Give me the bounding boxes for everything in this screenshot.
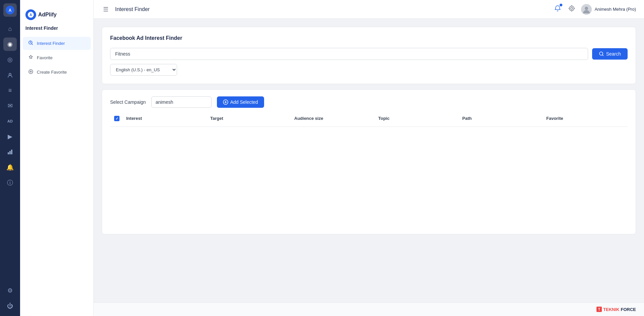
nav-item-create-favorite[interactable]: Create Favorite — [23, 66, 91, 79]
col-topic: Topic — [376, 114, 460, 123]
logo-icon[interactable]: A — [3, 3, 17, 17]
nav-label-interest-finder: Interest Finder — [37, 41, 65, 46]
svg-point-10 — [569, 6, 574, 11]
adplify-logo-text: AdPlify — [38, 12, 57, 18]
user-info[interactable]: Animesh Mehra (Pro) — [581, 4, 636, 15]
logo-area: A — [3, 3, 17, 17]
page-body: Facebook Ad Interest Finder Search Engli… — [94, 19, 644, 302]
create-favorite-icon — [28, 69, 33, 75]
svg-text:T: T — [598, 308, 600, 311]
table: ✓ Interest Target Audience size Topic Pa… — [110, 114, 628, 227]
crosshair-button[interactable] — [567, 4, 576, 15]
campaign-input[interactable] — [151, 96, 212, 108]
svg-point-13 — [585, 7, 588, 10]
page-footer: T TEKNIKFORCE — [94, 302, 644, 316]
video-icon[interactable]: ▶ — [3, 130, 17, 143]
nav-sidebar: A AdPlify Interest Finder Interest Finde… — [20, 0, 94, 316]
header-actions: Animesh Mehra (Pro) — [553, 4, 636, 15]
ad-square-icon[interactable]: AD — [3, 114, 17, 128]
chart-bar-icon[interactable] — [3, 145, 17, 159]
person-circle-icon[interactable] — [3, 68, 17, 82]
language-select[interactable]: English (U.S.) - en_US — [110, 64, 177, 76]
teknikforce-logo-icon: T — [596, 307, 602, 312]
add-selected-button[interactable]: Add Selected — [217, 96, 264, 108]
target-icon[interactable]: ◎ — [3, 53, 17, 66]
main-content: ☰ Interest Finder — [94, 0, 644, 316]
campaign-row: Select Campaign Add Selected — [110, 96, 628, 108]
eye-icon[interactable]: ◉ — [3, 37, 17, 51]
svg-point-11 — [571, 7, 573, 9]
nav-label-favorite: Favorite — [37, 55, 53, 60]
power-icon[interactable]: ⏻ — [3, 299, 17, 313]
adplify-logo-icon: A — [25, 9, 36, 20]
list-icon[interactable]: ≡ — [3, 84, 17, 97]
table-header: ✓ Interest Target Audience size Topic Pa… — [110, 114, 628, 127]
search-button[interactable]: Search — [592, 48, 628, 60]
svg-rect-4 — [9, 151, 11, 154]
adplify-logo: A AdPlify — [20, 7, 93, 25]
info-circle-icon[interactable]: ⓘ — [3, 176, 17, 189]
teknikforce-logo: T TEKNIKFORCE — [596, 307, 636, 312]
avatar — [581, 4, 592, 15]
col-favorite: Favorite — [544, 114, 628, 123]
notification-bell-button[interactable] — [553, 4, 562, 15]
svg-text:A: A — [9, 8, 12, 13]
search-row: Search — [110, 48, 628, 60]
interest-finder-icon — [28, 40, 33, 47]
nav-item-interest-finder[interactable]: Interest Finder — [23, 37, 91, 50]
user-name: Animesh Mehra (Pro) — [594, 7, 636, 12]
nav-item-favorite[interactable]: Favorite — [23, 51, 91, 64]
bell-sidebar-icon[interactable]: 🔔 — [3, 161, 17, 174]
campaign-section: Select Campaign Add Selected ✓ Interest — [102, 89, 636, 234]
svg-point-2 — [9, 73, 11, 75]
icon-sidebar: A ⌂ ◉ ◎ ≡ ✉ AD ▶ 🔔 ⓘ ⚙ ⏻ — [0, 0, 20, 316]
page-header-title: Interest Finder — [115, 6, 553, 12]
campaign-label: Select Campaign — [110, 99, 146, 105]
dashboard-icon[interactable]: ⌂ — [3, 22, 17, 35]
col-path: Path — [460, 114, 544, 123]
svg-text:A: A — [29, 13, 32, 17]
mail-icon[interactable]: ✉ — [3, 99, 17, 112]
col-interest: Interest — [124, 114, 208, 123]
star-icon — [28, 55, 33, 61]
table-empty-body — [110, 127, 628, 227]
svg-rect-5 — [11, 150, 12, 154]
search-card: Facebook Ad Interest Finder Search Engli… — [102, 27, 636, 84]
select-all-checkbox[interactable]: ✓ — [114, 116, 119, 121]
search-input[interactable] — [110, 48, 588, 60]
hamburger-button[interactable]: ☰ — [102, 4, 110, 14]
nav-label-create-favorite: Create Favorite — [37, 70, 67, 75]
top-header: ☰ Interest Finder — [94, 0, 644, 19]
table-checkbox-header[interactable]: ✓ — [110, 114, 124, 123]
gear-icon[interactable]: ⚙ — [3, 284, 17, 297]
col-target: Target — [208, 114, 292, 123]
page-title: Facebook Ad Interest Finder — [110, 35, 628, 41]
svg-rect-3 — [8, 152, 9, 154]
nav-section-title: Interest Finder — [20, 25, 93, 36]
col-audience-size: Audience size — [292, 114, 376, 123]
